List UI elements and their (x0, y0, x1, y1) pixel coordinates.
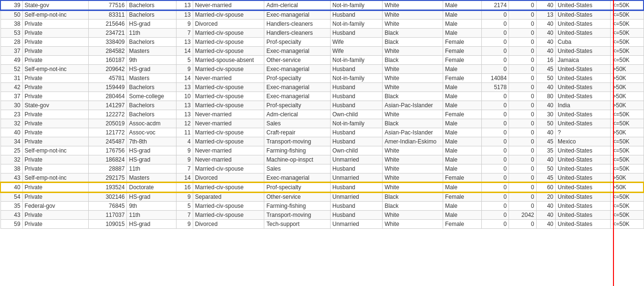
table-cell: White (383, 0, 443, 10)
table-cell: Male (443, 20, 481, 29)
table-row[interactable]: 23Private122272Bachelors13Never-marriedA… (0, 110, 644, 119)
table-cell: 0 (509, 101, 537, 110)
table-row[interactable]: 31Private45781Masters14Never-marriedProf… (0, 74, 644, 83)
table-cell: United-States (556, 10, 611, 20)
table-cell: Female (443, 56, 481, 65)
table-row[interactable]: 28Private338409Bachelors13Married-civ-sp… (0, 38, 644, 47)
table-cell: 11 (177, 128, 193, 137)
table-row[interactable]: 52Self-emp-not-inc209642HS-grad9Married-… (0, 65, 644, 74)
table-cell: Male (443, 146, 481, 155)
table-cell: 40 (536, 202, 555, 211)
table-cell: 80 (536, 92, 555, 101)
table-cell: 0 (481, 192, 509, 202)
table-cell: 2174 (481, 0, 509, 10)
table-row[interactable]: 38Private215646HS-grad9DivorcedHandlers-… (0, 20, 644, 29)
table-cell: Private (22, 110, 88, 119)
table-cell: 0 (481, 183, 509, 192)
table-cell: United-States (556, 83, 611, 92)
table-cell: Own-child (330, 146, 382, 155)
table-cell: Bachelors (127, 10, 177, 20)
table-cell: 49 (0, 56, 22, 65)
table-cell: Handlers-cleaners (264, 29, 330, 38)
table-cell: 159449 (88, 83, 127, 92)
table-cell: <=50K (611, 202, 644, 211)
table-row[interactable]: 54Private302146HS-grad9SeparatedOther-se… (0, 192, 644, 202)
table-cell: 9th (127, 202, 177, 211)
table-cell: Unmarried (330, 192, 382, 202)
table-cell: 13 (536, 10, 555, 20)
table-cell: 40 (536, 83, 555, 92)
table-cell: 193524 (88, 183, 127, 192)
table-cell: 40 (0, 128, 22, 137)
table-row[interactable]: 32Private205019Assoc-acdm12Never-married… (0, 119, 644, 128)
table-cell: 141297 (88, 101, 127, 110)
table-row[interactable]: 53Private23472111th7Married-civ-spouseHa… (0, 29, 644, 38)
table-cell: 0 (481, 10, 509, 20)
table-cell: Federal-gov (22, 202, 88, 211)
table-cell: 0 (481, 211, 509, 220)
table-cell: Self-emp-not-inc (22, 10, 88, 20)
table-cell: 40 (536, 0, 555, 10)
table-row[interactable]: 49Private1601879th5Married-spouse-absent… (0, 56, 644, 65)
table-cell: Divorced (193, 220, 264, 229)
table-row[interactable]: 38Private2888711th7Married-civ-spouseSal… (0, 164, 644, 174)
table-row[interactable]: 40Private193524Doctorate16Married-civ-sp… (0, 183, 644, 192)
table-cell: Female (443, 110, 481, 119)
table-cell: 11th (127, 29, 177, 38)
table-cell: Self-emp-not-inc (22, 146, 88, 155)
table-cell: Private (22, 29, 88, 38)
table-cell: Exec-managerial (264, 174, 330, 183)
table-cell: United-States (556, 174, 611, 183)
table-row[interactable]: 35Federal-gov768459th5Married-civ-spouse… (0, 202, 644, 211)
table-cell: Tech-support (264, 220, 330, 229)
table-row[interactable]: 42Private159449Bachelors13Married-civ-sp… (0, 83, 644, 92)
table-cell: 31 (0, 74, 22, 83)
table-cell: 43 (0, 211, 22, 220)
table-cell: Bachelors (127, 101, 177, 110)
table-row[interactable]: 37Private284582Masters14Married-civ-spou… (0, 47, 644, 56)
table-row[interactable]: 37Private280464Some-college10Married-civ… (0, 92, 644, 101)
table-cell: <=50K (611, 29, 644, 38)
table-cell: Masters (127, 174, 177, 183)
table-row[interactable]: 59Private109015HS-grad9DivorcedTech-supp… (0, 220, 644, 229)
table-cell: 245487 (88, 137, 127, 146)
table-cell: Female (443, 192, 481, 202)
table-cell: 32 (0, 119, 22, 128)
table-cell: 14 (177, 47, 193, 56)
table-row[interactable]: 40Private121772Assoc-voc11Married-civ-sp… (0, 128, 644, 137)
table-row[interactable]: 43Private11703711th7Married-civ-spouseTr… (0, 211, 644, 220)
table-row[interactable]: 50Self-emp-not-inc83311Bachelors13Marrie… (0, 10, 644, 20)
table-row[interactable]: 39State-gov77516Bachelors13Never-married… (0, 0, 644, 10)
table-cell: 0 (481, 174, 509, 183)
table-cell: 38 (0, 20, 22, 29)
table-cell: United-States (556, 155, 611, 164)
table-cell: 52 (0, 65, 22, 74)
table-cell: Male (443, 65, 481, 74)
table-cell: United-States (556, 146, 611, 155)
table-cell: 32 (0, 155, 22, 164)
table-cell: Female (443, 220, 481, 229)
table-cell: 34 (0, 137, 22, 146)
table-row[interactable]: 32Private186824HS-grad9Never-marriedMach… (0, 155, 644, 164)
table-cell: Bachelors (127, 38, 177, 47)
table-cell: 215646 (88, 20, 127, 29)
table-cell: 53 (0, 29, 22, 38)
table-cell: White (383, 220, 443, 229)
table-row[interactable]: 43Self-emp-not-inc292175Masters14Divorce… (0, 174, 644, 183)
table-cell: HS-grad (127, 65, 177, 74)
table-cell: 28887 (88, 164, 127, 174)
table-cell: Amer-Indian-Eskimo (383, 137, 443, 146)
table-row[interactable]: 34Private2454877th-8th4Married-civ-spous… (0, 137, 644, 146)
table-cell: Prof-specialty (264, 101, 330, 110)
table-row[interactable]: 30State-gov141297Bachelors13Married-civ-… (0, 101, 644, 110)
table-cell: Husband (330, 65, 382, 74)
table-cell: 9 (177, 20, 193, 29)
table-cell: 2042 (509, 211, 537, 220)
table-cell: 0 (481, 38, 509, 47)
table-cell: Farming-fishing (264, 146, 330, 155)
table-cell: 280464 (88, 92, 127, 101)
table-cell: Prof-specialty (264, 74, 330, 83)
table-cell: 45 (536, 137, 555, 146)
table-cell: Divorced (193, 20, 264, 29)
table-row[interactable]: 25Self-emp-not-inc176756HS-grad9Never-ma… (0, 146, 644, 155)
